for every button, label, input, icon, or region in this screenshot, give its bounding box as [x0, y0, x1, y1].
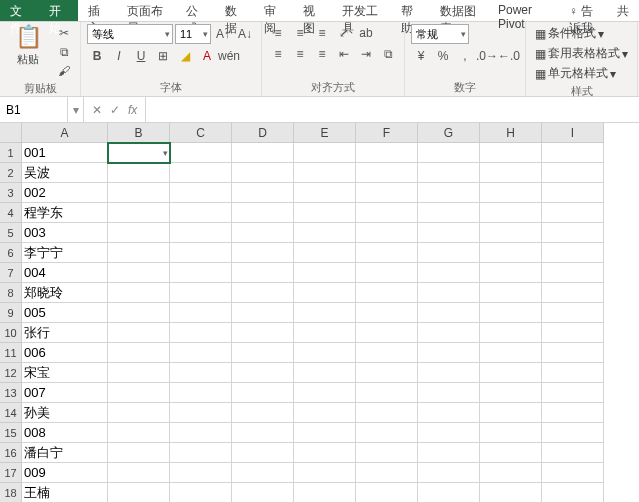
orientation-button[interactable]: ⤢ — [334, 24, 354, 42]
cell-I2[interactable] — [542, 163, 604, 183]
border-button[interactable]: ⊞ — [153, 47, 173, 65]
tab-0[interactable]: 开始 — [39, 0, 78, 21]
cell-I5[interactable] — [542, 223, 604, 243]
cell-A5[interactable]: 003 — [22, 223, 108, 243]
row-header-1[interactable]: 1 — [0, 143, 22, 163]
indent-inc-button[interactable]: ⇥ — [356, 45, 376, 63]
cell-F4[interactable] — [356, 203, 418, 223]
grow-font-button[interactable]: A↑ — [213, 25, 233, 43]
cell-E11[interactable] — [294, 343, 356, 363]
cell-F15[interactable] — [356, 423, 418, 443]
row-header-9[interactable]: 9 — [0, 303, 22, 323]
bold-button[interactable]: B — [87, 47, 107, 65]
cell-B1[interactable] — [108, 143, 170, 163]
shrink-font-button[interactable]: A↓ — [235, 25, 255, 43]
cell-A15[interactable]: 008 — [22, 423, 108, 443]
cell-B4[interactable] — [108, 203, 170, 223]
row-header-18[interactable]: 18 — [0, 483, 22, 502]
cell-H12[interactable] — [480, 363, 542, 383]
row-header-8[interactable]: 8 — [0, 283, 22, 303]
cell-F12[interactable] — [356, 363, 418, 383]
cell-I6[interactable] — [542, 243, 604, 263]
cell-A1[interactable]: 001 — [22, 143, 108, 163]
cell-E9[interactable] — [294, 303, 356, 323]
number-format-select[interactable]: 常规 — [411, 24, 469, 44]
cell-E4[interactable] — [294, 203, 356, 223]
cell-C16[interactable] — [170, 443, 232, 463]
cell-H4[interactable] — [480, 203, 542, 223]
indent-dec-button[interactable]: ⇤ — [334, 45, 354, 63]
cell-H7[interactable] — [480, 263, 542, 283]
cell-C7[interactable] — [170, 263, 232, 283]
cell-D9[interactable] — [232, 303, 294, 323]
cell-H16[interactable] — [480, 443, 542, 463]
cell-I17[interactable] — [542, 463, 604, 483]
tab-2[interactable]: 页面布局 — [117, 0, 175, 21]
cell-G8[interactable] — [418, 283, 480, 303]
paste-button[interactable]: 📋 粘贴 — [6, 24, 50, 67]
cell-B8[interactable] — [108, 283, 170, 303]
cell-H17[interactable] — [480, 463, 542, 483]
cell-I15[interactable] — [542, 423, 604, 443]
cell-D2[interactable] — [232, 163, 294, 183]
cell-G12[interactable] — [418, 363, 480, 383]
cell-B18[interactable] — [108, 483, 170, 502]
share[interactable]: 共 — [607, 0, 639, 21]
row-header-14[interactable]: 14 — [0, 403, 22, 423]
tab-7[interactable]: 开发工具 — [332, 0, 390, 21]
cell-B13[interactable] — [108, 383, 170, 403]
cell-G9[interactable] — [418, 303, 480, 323]
cell-A17[interactable]: 009 — [22, 463, 108, 483]
format-painter-button[interactable]: 🖌 — [54, 62, 74, 80]
cell-G14[interactable] — [418, 403, 480, 423]
cell-G3[interactable] — [418, 183, 480, 203]
cell-G16[interactable] — [418, 443, 480, 463]
cell-H14[interactable] — [480, 403, 542, 423]
cell-B17[interactable] — [108, 463, 170, 483]
tab-6[interactable]: 视图 — [293, 0, 332, 21]
phonetic-button[interactable]: wén — [219, 47, 239, 65]
fill-color-button[interactable]: ◢ — [175, 47, 195, 65]
cell-H5[interactable] — [480, 223, 542, 243]
cancel-edit-button[interactable]: ✕ — [92, 103, 102, 117]
cell-E16[interactable] — [294, 443, 356, 463]
row-header-3[interactable]: 3 — [0, 183, 22, 203]
cell-I3[interactable] — [542, 183, 604, 203]
tab-3[interactable]: 公式 — [176, 0, 215, 21]
formula-input[interactable] — [152, 103, 633, 117]
cell-D8[interactable] — [232, 283, 294, 303]
cell-G1[interactable] — [418, 143, 480, 163]
cell-D10[interactable] — [232, 323, 294, 343]
confirm-edit-button[interactable]: ✓ — [110, 103, 120, 117]
cell-G17[interactable] — [418, 463, 480, 483]
tell-me[interactable]: ♀ 告诉我 — [559, 0, 607, 21]
cell-F17[interactable] — [356, 463, 418, 483]
select-all-corner[interactable] — [0, 123, 22, 143]
align-bottom-button[interactable]: ≡ — [312, 24, 332, 42]
font-size-select[interactable]: 11 — [175, 24, 211, 44]
cell-D7[interactable] — [232, 263, 294, 283]
cell-D14[interactable] — [232, 403, 294, 423]
cell-D15[interactable] — [232, 423, 294, 443]
cell-A6[interactable]: 李宁宁 — [22, 243, 108, 263]
cell-A8[interactable]: 郑晓玲 — [22, 283, 108, 303]
cell-D12[interactable] — [232, 363, 294, 383]
cell-D17[interactable] — [232, 463, 294, 483]
cell-I12[interactable] — [542, 363, 604, 383]
cell-D11[interactable] — [232, 343, 294, 363]
cell-B5[interactable] — [108, 223, 170, 243]
cell-C11[interactable] — [170, 343, 232, 363]
cell-D4[interactable] — [232, 203, 294, 223]
cell-H2[interactable] — [480, 163, 542, 183]
cell-D6[interactable] — [232, 243, 294, 263]
cell-C1[interactable] — [170, 143, 232, 163]
cell-A14[interactable]: 孙美 — [22, 403, 108, 423]
cell-A2[interactable]: 吴波 — [22, 163, 108, 183]
col-header-C[interactable]: C — [170, 123, 232, 143]
percent-button[interactable]: % — [433, 47, 453, 65]
italic-button[interactable]: I — [109, 47, 129, 65]
row-header-2[interactable]: 2 — [0, 163, 22, 183]
align-right-button[interactable]: ≡ — [312, 45, 332, 63]
cell-G15[interactable] — [418, 423, 480, 443]
row-header-11[interactable]: 11 — [0, 343, 22, 363]
